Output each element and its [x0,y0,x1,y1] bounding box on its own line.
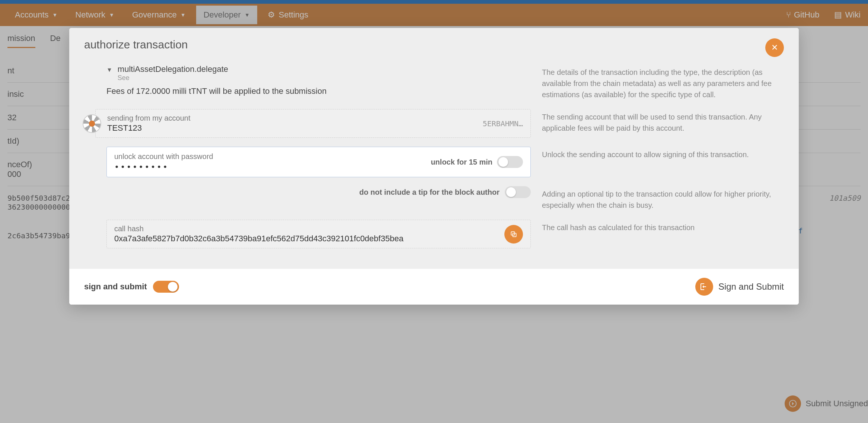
copy-hash-button[interactable] [504,225,523,244]
tip-label: do not include a tip for the block autho… [359,188,500,197]
hash-label: call hash [114,225,504,233]
help-call: The details of the transaction including… [542,64,784,100]
help-tip: Adding an optional tip to the transactio… [542,186,784,211]
authorize-transaction-modal: authorize transaction ✕ ▼ multiAssetDele… [69,28,799,305]
unlock-duration-toggle[interactable] [497,156,523,168]
call-name: multiAssetDelegation.delegate [118,64,228,74]
unlock-duration-label: unlock for 15 min [431,158,492,166]
help-password: Unlock the sending account to allow sign… [542,147,784,160]
close-icon: ✕ [771,43,778,53]
account-name: TEST123 [107,123,477,133]
sign-submit-toggle[interactable] [153,281,179,293]
expand-toggle[interactable]: ▼ [106,67,112,73]
help-hash: The call hash as calculated for this tra… [542,220,784,233]
identicon-icon [83,114,101,133]
copy-icon [510,230,517,238]
sending-account-field[interactable]: sending from my account TEST123 5ERBAHMN… [95,109,531,138]
close-button[interactable]: ✕ [765,38,784,57]
help-account: The sending account that will be used to… [542,109,784,134]
sign-and-submit-button[interactable]: Sign and Submit [695,278,784,296]
call-docs-link[interactable]: See [118,74,228,82]
modal-title: authorize transaction [84,38,188,51]
sign-in-icon [695,278,713,296]
hash-value: 0xa7a3afe5827b7d0b32c6a3b54739ba91efc562… [114,234,504,244]
modal-overlay: authorize transaction ✕ ▼ multiAssetDele… [0,0,868,423]
sign-toggle-label: sign and submit [84,282,147,292]
password-value: ••••••••• [114,162,431,172]
call-hash-field: call hash 0xa7a3afe5827b7d0b32c6a3b54739… [106,220,531,248]
password-field[interactable]: unlock account with password ••••••••• u… [106,147,531,177]
account-address: 5ERBAHMN… [483,119,523,128]
tip-toggle[interactable] [505,186,531,198]
password-label: unlock account with password [114,152,431,161]
account-label: sending from my account [107,114,477,123]
sign-button-label: Sign and Submit [718,282,784,292]
fees-text: Fees of 172.0000 milli tTNT will be appl… [84,86,531,96]
